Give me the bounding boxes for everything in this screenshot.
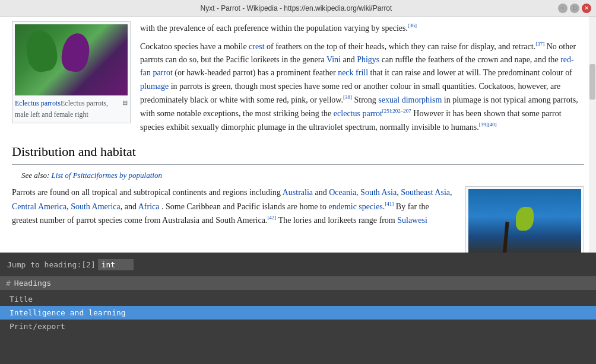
ref-36: [36] — [408, 23, 417, 28]
africa-link[interactable]: Africa — [138, 202, 160, 210]
see-also-link[interactable]: List of Psittaciformes by population — [52, 171, 162, 180]
caption-text: Eclectus parrotsEclectus parrots, male l… — [15, 98, 120, 120]
minimize-button[interactable]: − — [558, 4, 568, 13]
see-also: See also: List of Psittaciformes by popu… — [12, 170, 584, 182]
eclectus-image-figure: Eclectus parrotsEclectus parrots, male l… — [12, 21, 131, 123]
image-caption: Eclectus parrotsEclectus parrots, male l… — [15, 98, 128, 120]
headings-hash: # — [6, 279, 11, 288]
eclectus-image — [15, 24, 128, 95]
plumage-link[interactable]: plumage — [140, 82, 169, 91]
heading-item-1[interactable]: Intelligence and learning — [0, 306, 596, 320]
headings-title-row: # Headings — [0, 276, 596, 290]
jump-bar-input[interactable] — [98, 259, 134, 270]
scrollbar[interactable] — [589, 17, 596, 253]
heading-item-2[interactable]: Print/export — [0, 320, 596, 333]
ref-41: [41] — [385, 201, 394, 207]
southeast-asia-link[interactable]: Southeast Asia — [401, 188, 450, 197]
title-bar: Nyxt - Parrot - Wikipedia - https://en.w… — [0, 0, 596, 17]
jump-bar: Jump to heading:[2] — [0, 253, 596, 276]
wiki-article: Eclectus parrotsEclectus parrots, male l… — [0, 17, 596, 237]
bird-image-figure — [465, 186, 584, 253]
eclectus-link-caption[interactable]: Eclectus parrots — [15, 99, 61, 107]
heading-item-0[interactable]: Title — [0, 292, 596, 306]
phigys-link[interactable]: Phigys — [357, 55, 379, 64]
ref-25: [25]:202–207 — [382, 108, 411, 114]
ref-42: [42] — [267, 215, 276, 221]
scrollbar-thumb[interactable] — [589, 64, 595, 100]
close-button[interactable]: ✕ — [582, 4, 591, 13]
headings-title-text: Headings — [14, 279, 52, 288]
headings-list: TitleIntelligence and learningPrint/expo… — [0, 290, 596, 336]
browser-content: Eclectus parrotsEclectus parrots, male l… — [0, 17, 596, 253]
endemic-link[interactable]: endemic species — [328, 202, 382, 210]
expand-icon[interactable]: ⊞ — [122, 98, 128, 108]
oceania-link[interactable]: Oceania — [329, 188, 356, 197]
title-bar-text: Nyxt - Parrot - Wikipedia - https://en.w… — [34, 4, 558, 12]
ref-37: [37] — [535, 41, 544, 47]
vini-link[interactable]: Vini — [326, 55, 341, 64]
south-america-link[interactable]: South America — [71, 202, 121, 210]
ref-39-40: [39][40] — [479, 122, 497, 127]
neckfrill-link[interactable]: neck frill — [338, 68, 368, 77]
jump-bar-label: Jump to heading:[2] — [7, 260, 96, 269]
sexdim-link[interactable]: sexual dimorphism — [378, 95, 442, 104]
australia-link[interactable]: Australia — [283, 188, 313, 197]
distribution-heading: Distribution and habitat — [12, 141, 584, 164]
crest-link[interactable]: crest — [249, 42, 264, 51]
ref-38: [38] — [343, 94, 352, 100]
sulawesi-link[interactable]: Sulawesi — [397, 215, 427, 224]
central-america-link[interactable]: Central America — [12, 202, 66, 210]
bird-image — [468, 189, 581, 253]
maximize-button[interactable]: □ — [570, 4, 579, 13]
south-asia-link[interactable]: South Asia — [360, 188, 397, 197]
headings-panel: # Headings TitleIntelligence and learnin… — [0, 276, 596, 364]
eclectus-link[interactable]: eclectus parrot — [334, 109, 382, 118]
window-controls: − □ ✕ — [558, 4, 591, 13]
